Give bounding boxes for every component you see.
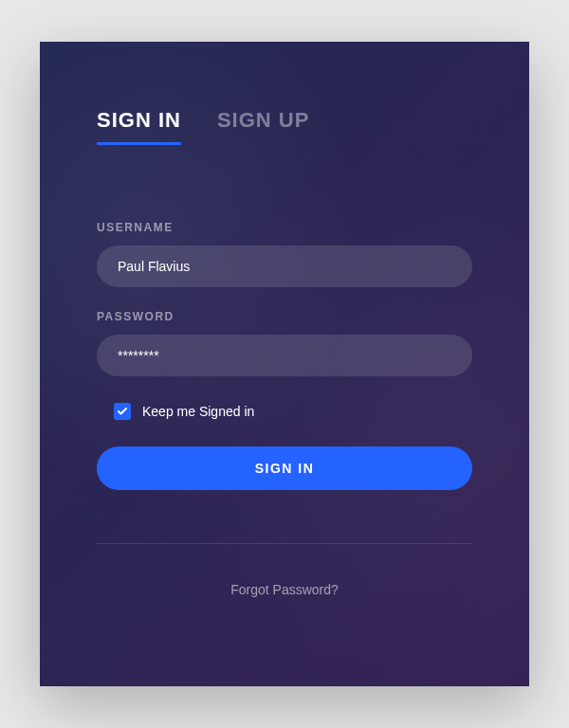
divider bbox=[97, 543, 472, 544]
tab-signup[interactable]: SIGN UP bbox=[217, 108, 309, 145]
remember-label: Keep me Signed in bbox=[142, 404, 254, 419]
check-icon bbox=[117, 406, 128, 417]
remember-checkbox[interactable] bbox=[114, 403, 131, 420]
password-group: PASSWORD bbox=[97, 310, 472, 376]
remember-row: Keep me Signed in bbox=[114, 403, 472, 420]
tab-signin[interactable]: SIGN IN bbox=[97, 108, 181, 145]
password-input[interactable] bbox=[97, 335, 472, 376]
username-input[interactable] bbox=[97, 246, 472, 287]
forgot-password-link[interactable]: Forgot Password? bbox=[97, 582, 472, 597]
auth-tabs: SIGN IN SIGN UP bbox=[97, 108, 472, 145]
signin-button[interactable]: SIGN IN bbox=[97, 446, 472, 490]
password-label: PASSWORD bbox=[97, 310, 472, 323]
username-group: USERNAME bbox=[97, 221, 472, 287]
username-label: USERNAME bbox=[97, 221, 472, 234]
signin-card: SIGN IN SIGN UP USERNAME PASSWORD Keep m… bbox=[40, 42, 529, 686]
